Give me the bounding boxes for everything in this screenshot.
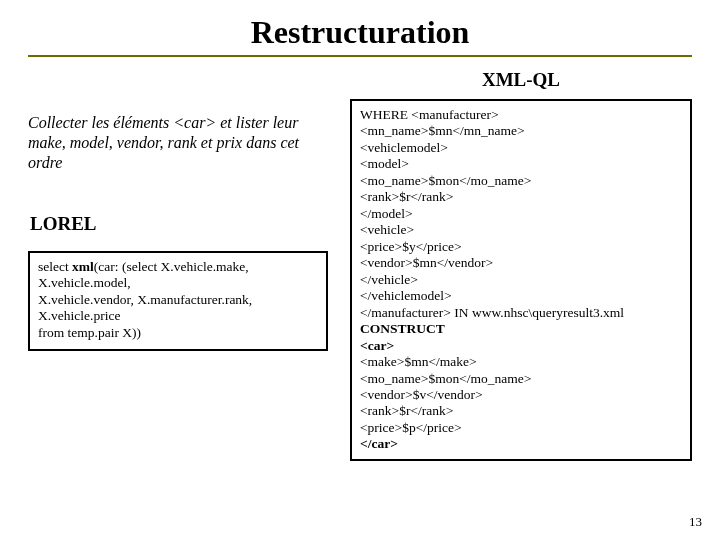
xmlql-line-18: <vendor>$v</vendor> [360, 387, 682, 403]
xmlql-line-11: </vehicle> [360, 272, 682, 288]
right-column: XML-QL WHERE <manufacturer><mn_name>$mn<… [350, 69, 692, 461]
xmlql-line-19: <rank>$r</rank> [360, 403, 682, 419]
xmlql-line-6: <rank>$r</rank> [360, 189, 682, 205]
xmlql-line-2: <mn_name>$mn</mn_name> [360, 123, 682, 139]
xmlql-line-8: <vehicle> [360, 222, 682, 238]
xmlql-line-10: <vendor>$mn</vendor> [360, 255, 682, 271]
xmlql-line-9: <price>$y</price> [360, 239, 682, 255]
xmlql-line-13: </manufacturer> IN www.nhsc\queryresult3… [360, 305, 682, 321]
xmlql-line-17: <mo_name>$mon</mo_name> [360, 371, 682, 387]
xmlql-line-12: </vehiclemodel> [360, 288, 682, 304]
description-text: Collecter les éléments <car> et lister l… [28, 113, 328, 173]
xmlql-line-3: <vehiclemodel> [360, 140, 682, 156]
left-column: Collecter les éléments <car> et lister l… [28, 69, 328, 461]
lorel-line-4: X.vehicle.price [38, 308, 318, 324]
content-columns: Collecter les éléments <car> et lister l… [28, 69, 692, 461]
xmlql-line-7: </model> [360, 206, 682, 222]
lorel-line-2: X.vehicle.model, [38, 275, 318, 291]
title-underline [28, 55, 692, 57]
xmlql-line-20: <price>$p</price> [360, 420, 682, 436]
xmlql-line-14: CONSTRUCT [360, 321, 682, 337]
xmlql-line-1: WHERE <manufacturer> [360, 107, 682, 123]
xmlql-line-4: <model> [360, 156, 682, 172]
page-number: 13 [689, 514, 702, 530]
xmlql-line-16: <make>$mn</make> [360, 354, 682, 370]
xmlql-code-box: WHERE <manufacturer><mn_name>$mn</mn_nam… [350, 99, 692, 461]
lorel-line-3: X.vehicle.vendor, X.manufacturer.rank, [38, 292, 318, 308]
lorel-line-5: from temp.pair X)) [38, 325, 318, 341]
lorel-line-1: select xml(car: (select X.vehicle.make, [38, 259, 318, 275]
lorel-heading: LOREL [30, 213, 328, 235]
xmlql-line-15: <car> [360, 338, 682, 354]
slide-title: Restructuration [251, 14, 470, 51]
xmlql-line-5: <mo_name>$mon</mo_name> [360, 173, 682, 189]
lorel-code-box: select xml(car: (select X.vehicle.make, … [28, 251, 328, 351]
xmlql-heading: XML-QL [350, 69, 692, 91]
xmlql-line-21: </car> [360, 436, 682, 452]
